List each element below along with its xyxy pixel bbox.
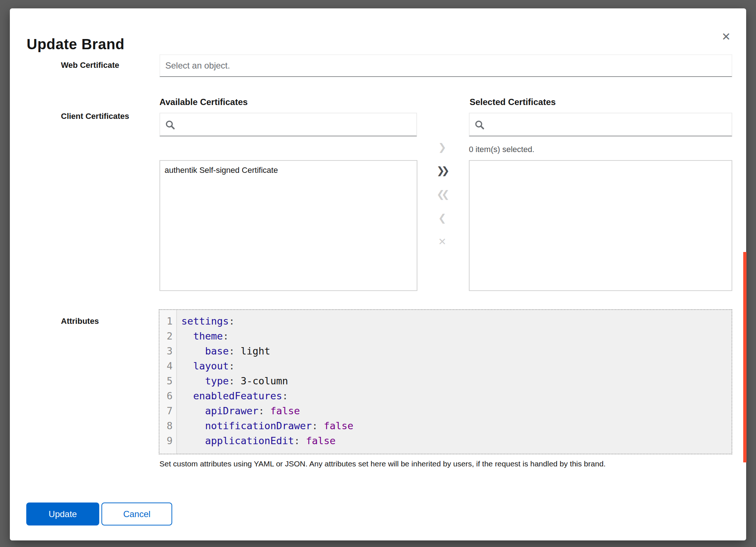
client-certificates-label: Client Certificates — [61, 112, 129, 121]
available-certificates-heading: Available Certificates — [159, 97, 248, 107]
line-number: 9 — [159, 433, 173, 448]
code-line: applicationEdit: false — [181, 433, 732, 448]
search-icon — [165, 119, 176, 130]
attributes-label: Attributes — [61, 317, 99, 326]
code-editor-body: 123456789 settings: theme: base: light l… — [159, 310, 732, 454]
attributes-help-text: Set custom attributes using YAML or JSON… — [159, 459, 732, 468]
remove-selected-button[interactable]: ❮ — [433, 209, 451, 227]
remove-all-button[interactable]: ❮❮ — [433, 185, 451, 203]
line-number: 8 — [159, 418, 173, 433]
selected-count-status: 0 item(s) selected. — [469, 145, 535, 154]
angle-left-icon: ❮ — [438, 212, 447, 224]
code-line: enabledFeatures: — [181, 388, 732, 403]
line-number-gutter: 123456789 — [159, 310, 177, 454]
modal-overlay: { "colors": { "accent": "#0066cc", "aler… — [0, 0, 756, 547]
update-button-label: Update — [49, 509, 77, 519]
modal-title: Update Brand — [27, 36, 124, 52]
code-line: layout: — [181, 358, 732, 373]
update-brand-modal: Update Brand ✕ Web Certificate Select an… — [10, 8, 746, 540]
angle-right-icon: ❯ — [438, 141, 447, 153]
selected-search-input[interactable] — [489, 113, 727, 136]
code-line: apiDrawer: false — [181, 403, 732, 418]
certificate-item[interactable]: authentik Self-signed Certificate — [160, 161, 417, 180]
available-search-input[interactable] — [179, 113, 412, 136]
line-number: 7 — [159, 403, 173, 418]
code-lines: settings: theme: base: light layout: typ… — [177, 314, 732, 454]
search-icon — [474, 119, 485, 130]
selected-certificates-list — [469, 160, 732, 291]
cancel-button-label: Cancel — [123, 509, 151, 519]
available-certificates-list: authentik Self-signed Certificate — [159, 160, 417, 291]
selected-certificates-heading: Selected Certificates — [470, 97, 556, 107]
cancel-button[interactable]: Cancel — [101, 503, 172, 525]
web-certificate-select[interactable]: Select an object. — [159, 54, 732, 77]
line-number: 2 — [159, 329, 173, 344]
line-number: 4 — [159, 358, 173, 373]
code-line: base: light — [181, 344, 732, 358]
update-button[interactable]: Update — [26, 503, 99, 525]
web-certificate-placeholder: Select an object. — [165, 61, 230, 71]
code-line: theme: — [181, 329, 732, 344]
code-line: type: 3-column — [181, 373, 732, 388]
available-search-box — [159, 113, 417, 136]
add-all-button[interactable]: ❯❯ — [433, 161, 451, 179]
attributes-code-editor[interactable]: 123456789 settings: theme: base: light l… — [159, 309, 732, 454]
line-number: 3 — [159, 344, 173, 358]
add-selected-button[interactable]: ❯ — [433, 138, 451, 156]
clear-selection-button[interactable]: ✕ — [433, 232, 451, 251]
close-button[interactable]: ✕ — [717, 27, 735, 46]
angle-double-left-icon: ❮❮ — [438, 189, 446, 200]
close-icon: ✕ — [721, 30, 730, 43]
selected-search-box — [469, 113, 732, 136]
web-certificate-label: Web Certificate — [61, 61, 119, 70]
code-line: settings: — [181, 314, 732, 329]
line-number: 5 — [159, 373, 173, 388]
clear-icon: ✕ — [438, 236, 447, 247]
angle-double-right-icon: ❯❯ — [438, 165, 446, 176]
line-number: 1 — [159, 314, 173, 329]
code-line: notificationDrawer: false — [181, 418, 732, 433]
notification-alert-bar — [743, 252, 747, 462]
line-number: 6 — [159, 388, 173, 403]
